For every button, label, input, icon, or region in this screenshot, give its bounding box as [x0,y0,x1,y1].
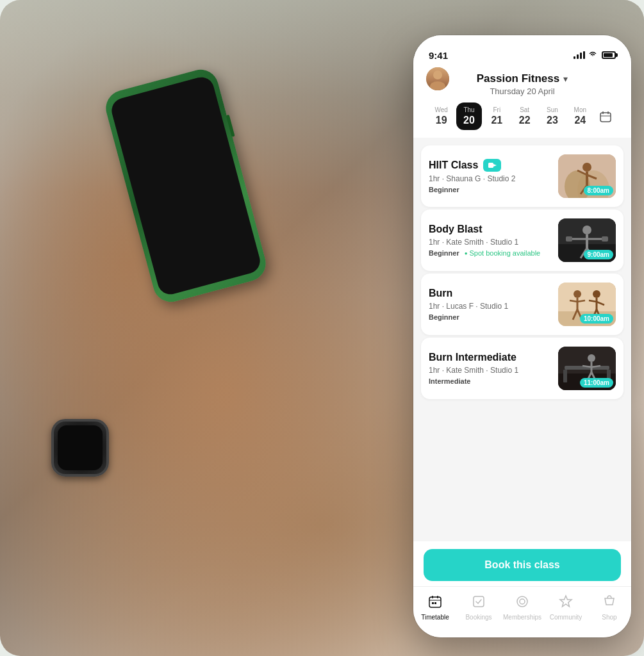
day-name: Fri [493,106,500,113]
nav-item-memberships[interactable]: Memberships [500,591,544,625]
classes-list: HIIT Class 1hr · Shauna G · Studio 2 Beg… [413,138,631,541]
class-tags: Intermediate [429,377,550,385]
svg-rect-43 [563,370,567,382]
svg-marker-7 [493,164,497,167]
level-tag: Intermediate [429,377,470,385]
app-header: Passion Fitness ▾ Thursday 20 April Wed … [413,67,631,138]
status-bar: 9:41 [413,35,631,67]
nav-item-bookings[interactable]: Bookings [457,591,500,625]
class-title: Body Blast [429,224,483,235]
time-badge: 8:00am [584,186,613,195]
day-name: Thu [463,106,474,113]
class-info: Burn Intermediate 1hr · Kate Smith · Stu… [429,352,550,385]
class-details: 1hr · Shauna G · Studio 2 [429,174,550,183]
bottom-cta: Book this class [413,541,631,586]
timetable-nav-icon [428,594,442,612]
time-badge: 10:00am [580,314,613,324]
nav-label: Memberships [503,614,541,621]
nav-item-community[interactable]: Community [544,591,588,625]
day-name: Wed [434,106,447,113]
date-item-20[interactable]: Thu 20 [456,102,481,130]
community-nav-icon [559,594,573,612]
class-card[interactable]: HIIT Class 1hr · Shauna G · Studio 2 Beg… [421,145,623,207]
svg-rect-23 [602,236,608,242]
day-num: 23 [547,115,558,126]
svg-rect-6 [488,163,493,168]
spot-booking-tag: Spot booking available [465,249,541,257]
date-item-21[interactable]: Fri 21 [484,102,509,130]
nav-item-shop[interactable]: Shop [588,591,631,625]
nav-label: Timetable [421,614,449,621]
svg-rect-22 [566,236,572,242]
date-item-22[interactable]: Sat 22 [512,102,537,130]
class-title: Burn Intermediate [429,352,516,363]
header-date: Thursday 20 April [426,86,618,96]
svg-point-59 [520,599,525,604]
class-title-row: Burn Intermediate [429,352,550,363]
svg-rect-56 [434,602,436,604]
svg-rect-55 [432,602,434,604]
date-item-19[interactable]: Wed 19 [429,102,454,130]
level-tag: Beginner [429,313,459,321]
day-num: 22 [519,115,531,126]
svg-point-34 [593,290,600,298]
day-num: 24 [574,115,586,126]
svg-point-19 [582,226,591,234]
time-badge: 9:00am [584,250,613,259]
class-details: 1hr · Kate Smith · Studio 1 [429,366,550,375]
class-details: 1hr · Kate Smith · Studio 1 [429,238,550,247]
smartwatch [51,419,109,477]
date-item-24[interactable]: Mon 24 [568,102,593,130]
svg-point-58 [517,596,527,607]
header-top: Passion Fitness ▾ [426,72,618,85]
class-thumbnail: 10:00am [558,283,616,326]
shop-nav-icon [602,594,616,612]
date-item-23[interactable]: Sun 23 [540,102,565,130]
class-title: HIIT Class [429,160,478,171]
class-title-row: Body Blast [429,224,550,235]
bookings-nav-icon [472,594,486,612]
avatar[interactable] [426,67,449,90]
day-name: Sun [547,106,558,113]
time-badge: 11:00am [580,378,613,388]
class-thumbnail: 9:00am [558,218,616,262]
nav-item-timetable[interactable]: Timetable [413,591,457,625]
svg-rect-57 [474,596,484,607]
class-info: Burn 1hr · Lucas F · Studio 1 Beginner [429,288,550,321]
book-class-button[interactable]: Book this class [424,549,621,581]
class-thumbnail: 8:00am [558,154,616,198]
calendar-icon[interactable] [595,106,616,127]
date-strip: Wed 19 Thu 20 Fri 21 Sat 22 Sun 23 Mon 2… [426,102,618,130]
class-tags: Beginner [429,186,550,193]
svg-point-45 [588,354,595,362]
phone-mockup: 9:41 [413,35,631,637]
class-info: Body Blast 1hr · Kate Smith · Studio 1 B… [429,224,550,257]
level-tag: Beginner [429,249,459,257]
bottom-nav: Timetable Bookings Memberships Community… [413,586,631,637]
day-num: 20 [463,115,475,126]
class-details: 1hr · Lucas F · Studio 1 [429,302,550,311]
nav-label: Bookings [465,614,491,621]
class-tags: Beginner Spot booking available [429,249,550,257]
gym-name: Passion Fitness [477,72,559,85]
svg-marker-60 [560,596,572,607]
gym-name-row[interactable]: Passion Fitness ▾ [477,72,568,85]
class-card[interactable]: Burn 1hr · Lucas F · Studio 1 Beginner [421,274,623,335]
nav-label: Shop [602,614,616,621]
svg-point-0 [433,70,442,79]
class-tags: Beginner [429,313,550,321]
class-card[interactable]: Burn Intermediate 1hr · Kate Smith · Stu… [421,338,623,399]
class-thumbnail: 11:00am [558,347,616,390]
battery-icon [602,51,616,59]
memberships-nav-icon [515,594,529,612]
video-icon [483,159,501,172]
wifi-icon [588,51,597,60]
day-name: Mon [574,106,586,113]
nav-label: Community [550,614,582,621]
class-title-row: Burn [429,288,550,299]
chevron-down-icon: ▾ [563,74,568,84]
status-time: 9:41 [429,50,448,61]
class-info: HIIT Class 1hr · Shauna G · Studio 2 Beg… [429,159,550,193]
svg-point-11 [582,163,591,172]
class-card[interactable]: Body Blast 1hr · Kate Smith · Studio 1 B… [421,209,623,271]
